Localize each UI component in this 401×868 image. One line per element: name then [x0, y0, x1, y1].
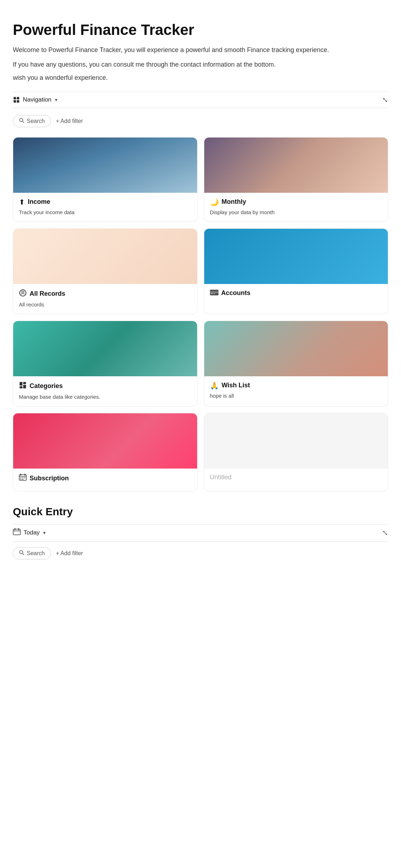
cards-grid: ⬆ Income Track your income data 🌙 Monthl…: [13, 137, 388, 491]
page-title: Powerful Finance Tracker: [13, 21, 388, 38]
income-icon: ⬆: [19, 198, 25, 206]
bottom-add-filter-button[interactable]: + Add filter: [56, 550, 83, 557]
income-title: Income: [28, 198, 50, 206]
svg-rect-9: [211, 293, 213, 294]
svg-rect-10: [214, 293, 215, 294]
card-subscription-image: [13, 413, 197, 469]
allrecords-desc: All records: [19, 301, 191, 308]
card-categories[interactable]: Categories Manage base data like categor…: [13, 321, 197, 407]
search-icon: [19, 118, 25, 125]
svg-rect-0: [14, 97, 16, 99]
monthly-title: Monthly: [222, 198, 246, 206]
card-wishlist-image: [204, 321, 388, 376]
filter-row: Search + Add filter: [13, 115, 388, 127]
wishlist-desc: hope is all: [210, 392, 382, 399]
categories-icon: [19, 381, 27, 391]
monthly-desc: Display your data by month: [210, 208, 382, 216]
svg-point-6: [20, 290, 26, 296]
card-monthly-image: [204, 138, 388, 193]
svg-rect-19: [20, 477, 21, 478]
today-label: Today: [24, 529, 40, 536]
accounts-icon: [210, 289, 219, 297]
wishlist-icon: 🙏: [210, 381, 219, 390]
page-description-1: Welcome to Powerful Finance Tracker, you…: [13, 45, 388, 55]
card-allrecords[interactable]: All Records All records: [13, 228, 197, 314]
accounts-title: Accounts: [221, 289, 251, 297]
svg-rect-2: [14, 100, 16, 103]
svg-rect-3: [17, 100, 19, 103]
today-chevron-icon: ▾: [43, 530, 46, 536]
subscription-icon: [19, 474, 27, 483]
add-filter-button[interactable]: + Add filter: [56, 118, 83, 124]
card-allrecords-image: [13, 229, 197, 284]
svg-rect-1: [17, 97, 19, 99]
bottom-search-button[interactable]: Search: [13, 547, 51, 559]
card-income[interactable]: ⬆ Income Track your income data: [13, 137, 197, 222]
bottom-add-filter-label: + Add filter: [56, 550, 83, 557]
categories-title: Categories: [30, 382, 63, 390]
bottom-filter-row: Search + Add filter: [13, 547, 388, 559]
card-untitled-image: [204, 413, 388, 469]
card-wishlist[interactable]: 🙏 Wish List hope is all: [204, 321, 389, 407]
search-button[interactable]: Search: [13, 115, 51, 127]
income-desc: Track your income data: [19, 208, 191, 216]
svg-line-29: [22, 553, 24, 555]
subscription-title: Subscription: [30, 475, 69, 482]
svg-rect-8: [210, 291, 219, 293]
grid-icon: [13, 96, 20, 103]
bottom-search-icon: [19, 550, 25, 557]
navigation-button[interactable]: Navigation ▾: [13, 96, 57, 103]
monthly-icon: 🌙: [210, 198, 219, 206]
page-wish: wish you a wonderful experience.: [13, 74, 388, 82]
calendar-icon: [13, 528, 21, 538]
add-filter-label: + Add filter: [56, 118, 83, 124]
svg-rect-23: [22, 479, 24, 480]
card-accounts-image: [204, 229, 388, 284]
bottom-search-label: Search: [27, 550, 45, 557]
navigation-toolbar: Navigation ▾ ⤡: [13, 92, 388, 108]
today-button[interactable]: Today ▾: [13, 528, 46, 538]
svg-rect-22: [20, 479, 21, 480]
expand-icon[interactable]: ⤡: [382, 95, 388, 104]
card-income-image: [13, 138, 197, 193]
svg-rect-21: [24, 477, 25, 478]
svg-rect-11: [20, 382, 22, 386]
svg-rect-20: [22, 477, 24, 478]
card-subscription[interactable]: Subscription: [13, 413, 197, 491]
search-label: Search: [27, 118, 45, 124]
allrecords-title: All Records: [30, 290, 65, 298]
allrecords-icon: [19, 289, 27, 299]
svg-rect-14: [23, 385, 26, 388]
svg-rect-13: [20, 386, 22, 388]
card-categories-image: [13, 321, 197, 376]
card-monthly[interactable]: 🌙 Monthly Display your data by month: [204, 137, 389, 222]
card-untitled[interactable]: Untitled: [204, 413, 389, 491]
svg-rect-12: [23, 382, 26, 384]
wishlist-title: Wish List: [222, 382, 250, 389]
navigation-label: Navigation: [23, 96, 51, 103]
quick-entry-expand-icon[interactable]: ⤡: [382, 528, 388, 537]
svg-rect-24: [13, 529, 20, 535]
page-description-2: If you have any questions, you can consu…: [13, 60, 388, 70]
untitled-title: Untitled: [210, 474, 232, 481]
quick-entry-toolbar: Today ▾ ⤡: [13, 524, 388, 542]
svg-line-5: [22, 121, 24, 123]
card-accounts[interactable]: Accounts: [204, 228, 389, 314]
categories-desc: Manage base data like categories.: [19, 393, 191, 401]
quick-entry-title: Quick Entry: [13, 506, 388, 518]
chevron-down-icon: ▾: [55, 97, 57, 103]
